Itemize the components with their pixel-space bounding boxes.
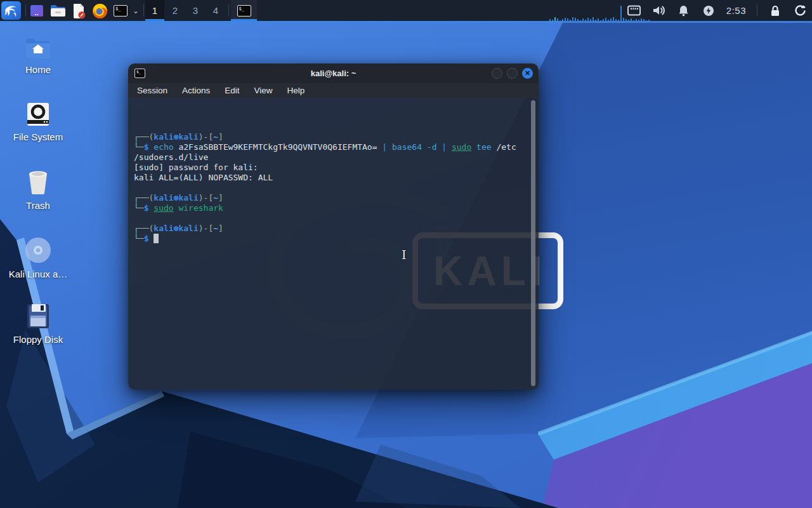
- applications-menu-button[interactable]: [1, 1, 21, 20]
- window-titlebar[interactable]: $_ kali@kali: ~ ✕: [128, 64, 539, 83]
- panel-separator: [143, 4, 144, 17]
- launcher-text-editor[interactable]: [70, 3, 87, 19]
- kali-desktop: KALI Home File System Trash: [0, 0, 812, 508]
- top-panel: $_ ⌄ 1 2 3 4 $_ 2:53: [0, 0, 812, 21]
- terminal-line: ┌──(kali⊛kali)-[~]: [134, 224, 527, 234]
- minimize-button[interactable]: [492, 68, 502, 79]
- desktop-icon-file-system[interactable]: File System: [5, 102, 71, 142]
- window-title: kali@kali: ~: [128, 69, 539, 78]
- terminal-screen[interactable]: ┌──(kali⊛kali)-[~]└─$ echo a2FsaSBBTEw9K…: [128, 98, 539, 390]
- desktop-icon-floppy-disk[interactable]: Floppy Disk: [5, 303, 71, 345]
- taskbar-item-terminal[interactable]: $_: [231, 0, 257, 21]
- trash-icon: [25, 169, 51, 196]
- menu-session[interactable]: Session: [137, 86, 167, 95]
- desktop-icon-label: Kali Linux a…: [9, 269, 68, 279]
- drive-icon: [25, 102, 51, 127]
- terminal-icon: $_: [237, 5, 251, 17]
- home-folder-icon: [25, 37, 51, 60]
- panel-separator: [228, 4, 229, 17]
- terminal-line: kali ALL=(ALL) NOPASSWD: ALL: [134, 173, 527, 183]
- terminal-line: └─$: [134, 234, 527, 244]
- clock[interactable]: 2:53: [726, 5, 746, 16]
- network-icon[interactable]: [627, 4, 641, 18]
- text-cursor-pointer: I: [402, 248, 407, 262]
- desktop-icon-kali-disc[interactable]: Kali Linux a…: [5, 236, 71, 279]
- desktop-icon-label: Home: [25, 64, 51, 75]
- workspace-4[interactable]: 4: [206, 0, 225, 21]
- menu-view[interactable]: View: [254, 86, 273, 95]
- system-tray: 2:53: [627, 0, 807, 21]
- panel-separator: [25, 4, 26, 17]
- workspace-1[interactable]: 1: [145, 0, 164, 21]
- kali-dragon-icon: [4, 3, 18, 18]
- panel-separator: [757, 4, 757, 17]
- menu-actions[interactable]: Actions: [182, 86, 210, 95]
- firefox-icon: [92, 3, 108, 19]
- workspace-3[interactable]: 3: [186, 0, 205, 21]
- launcher-file-manager[interactable]: [49, 3, 66, 19]
- desktop-icon-label: Floppy Disk: [13, 334, 63, 345]
- desktop-icon-label: Trash: [26, 200, 50, 211]
- terminal-line: ┌──(kali⊛kali)-[~]: [134, 132, 527, 142]
- terminal-line: /sudoers.d/live: [134, 152, 527, 163]
- document-edit-icon: [72, 3, 86, 19]
- menu-bar: Session Actions Edit View Help: [128, 83, 539, 98]
- disc-icon: [24, 236, 52, 264]
- menu-edit[interactable]: Edit: [225, 86, 239, 95]
- desktop-icon-trash[interactable]: Trash: [5, 169, 71, 211]
- workspace-2[interactable]: 2: [166, 0, 185, 21]
- terminal-line: [134, 213, 527, 224]
- wallpaper-top-edge: [0, 21, 812, 23]
- scrollbar-track[interactable]: [531, 100, 535, 387]
- terminal-line: └─$ echo a2FsaSBBTEw9KEFMTCkgTk9QQVNTV0Q…: [134, 142, 527, 152]
- terminal-line: [sudo] password for kali:: [134, 163, 527, 173]
- terminal-icon: $_: [114, 5, 128, 17]
- power-manager-icon[interactable]: [702, 4, 716, 18]
- terminal-window: $_ kali@kali: ~ ✕ Session Actions Edit V…: [128, 64, 539, 390]
- scrollbar-thumb[interactable]: [531, 100, 535, 386]
- floppy-icon: [25, 303, 51, 330]
- terminal-icon: $_: [134, 69, 145, 78]
- folder-icon: [50, 4, 66, 18]
- maximize-button[interactable]: [507, 68, 518, 79]
- chevron-down-icon[interactable]: ⌄: [131, 3, 141, 19]
- menu-help[interactable]: Help: [287, 86, 305, 95]
- lock-icon[interactable]: [768, 4, 782, 18]
- bell-icon[interactable]: [677, 4, 691, 18]
- launcher-terminal[interactable]: $_: [112, 3, 129, 19]
- launcher-show-desktop[interactable]: [29, 3, 45, 19]
- desktop-icon-home[interactable]: Home: [5, 37, 71, 75]
- launcher-firefox[interactable]: [91, 3, 108, 19]
- desktop-icon: [29, 3, 44, 18]
- desktop-icon-label: File System: [13, 131, 63, 142]
- terminal-line: [134, 183, 527, 193]
- close-button[interactable]: ✕: [522, 68, 533, 79]
- logout-icon[interactable]: [793, 4, 807, 18]
- volume-icon[interactable]: [652, 4, 666, 18]
- terminal-line: └─$ sudo wireshark: [134, 203, 527, 213]
- terminal-line: ┌──(kali⊛kali)-[~]: [134, 193, 527, 203]
